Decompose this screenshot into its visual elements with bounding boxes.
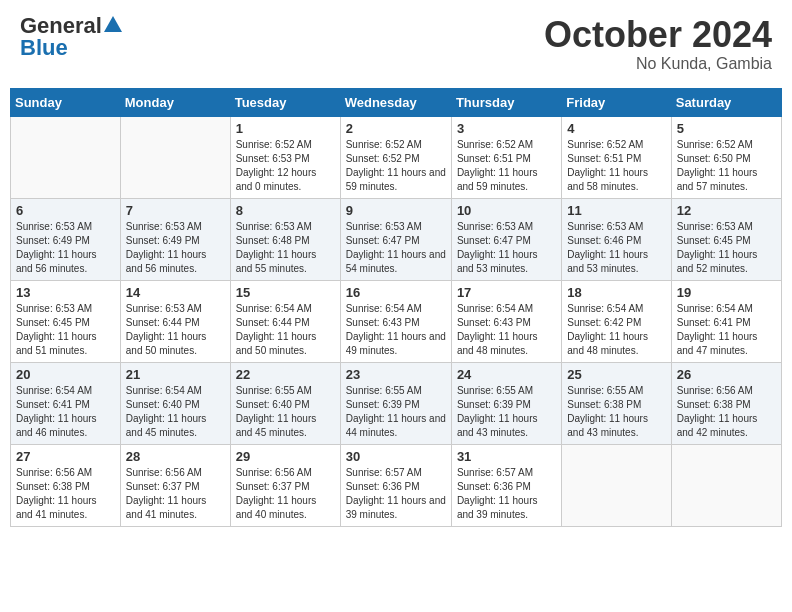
day-number: 28 xyxy=(126,449,225,464)
calendar-cell: 26Sunrise: 6:56 AM Sunset: 6:38 PM Dayli… xyxy=(671,362,781,444)
day-number: 2 xyxy=(346,121,446,136)
svg-marker-0 xyxy=(104,16,122,32)
day-number: 27 xyxy=(16,449,115,464)
day-detail: Sunrise: 6:53 AM Sunset: 6:49 PM Dayligh… xyxy=(126,220,225,276)
weekday-header-wednesday: Wednesday xyxy=(340,88,451,116)
logo-blue-text: Blue xyxy=(20,37,68,59)
day-number: 4 xyxy=(567,121,665,136)
day-detail: Sunrise: 6:56 AM Sunset: 6:37 PM Dayligh… xyxy=(126,466,225,522)
day-detail: Sunrise: 6:55 AM Sunset: 6:40 PM Dayligh… xyxy=(236,384,335,440)
calendar-week-row: 1Sunrise: 6:52 AM Sunset: 6:53 PM Daylig… xyxy=(11,116,782,198)
day-number: 9 xyxy=(346,203,446,218)
logo-general-text: General xyxy=(20,15,102,37)
calendar-table: SundayMondayTuesdayWednesdayThursdayFrid… xyxy=(10,88,782,527)
calendar-cell xyxy=(120,116,230,198)
calendar-cell xyxy=(562,444,671,526)
day-detail: Sunrise: 6:53 AM Sunset: 6:45 PM Dayligh… xyxy=(677,220,776,276)
day-detail: Sunrise: 6:56 AM Sunset: 6:37 PM Dayligh… xyxy=(236,466,335,522)
calendar-cell: 15Sunrise: 6:54 AM Sunset: 6:44 PM Dayli… xyxy=(230,280,340,362)
day-detail: Sunrise: 6:56 AM Sunset: 6:38 PM Dayligh… xyxy=(677,384,776,440)
calendar-cell: 29Sunrise: 6:56 AM Sunset: 6:37 PM Dayli… xyxy=(230,444,340,526)
logo-icon xyxy=(104,15,122,33)
day-detail: Sunrise: 6:53 AM Sunset: 6:48 PM Dayligh… xyxy=(236,220,335,276)
page-header: General Blue October 2024 No Kunda, Gamb… xyxy=(10,10,782,78)
day-number: 16 xyxy=(346,285,446,300)
calendar-cell: 4Sunrise: 6:52 AM Sunset: 6:51 PM Daylig… xyxy=(562,116,671,198)
calendar-cell: 9Sunrise: 6:53 AM Sunset: 6:47 PM Daylig… xyxy=(340,198,451,280)
calendar-cell: 16Sunrise: 6:54 AM Sunset: 6:43 PM Dayli… xyxy=(340,280,451,362)
day-number: 3 xyxy=(457,121,556,136)
day-number: 29 xyxy=(236,449,335,464)
calendar-week-row: 6Sunrise: 6:53 AM Sunset: 6:49 PM Daylig… xyxy=(11,198,782,280)
calendar-cell: 22Sunrise: 6:55 AM Sunset: 6:40 PM Dayli… xyxy=(230,362,340,444)
day-detail: Sunrise: 6:55 AM Sunset: 6:39 PM Dayligh… xyxy=(457,384,556,440)
day-detail: Sunrise: 6:53 AM Sunset: 6:47 PM Dayligh… xyxy=(346,220,446,276)
calendar-cell: 10Sunrise: 6:53 AM Sunset: 6:47 PM Dayli… xyxy=(451,198,561,280)
day-detail: Sunrise: 6:55 AM Sunset: 6:38 PM Dayligh… xyxy=(567,384,665,440)
calendar-cell: 21Sunrise: 6:54 AM Sunset: 6:40 PM Dayli… xyxy=(120,362,230,444)
day-detail: Sunrise: 6:54 AM Sunset: 6:42 PM Dayligh… xyxy=(567,302,665,358)
day-number: 11 xyxy=(567,203,665,218)
day-detail: Sunrise: 6:54 AM Sunset: 6:41 PM Dayligh… xyxy=(16,384,115,440)
day-detail: Sunrise: 6:54 AM Sunset: 6:41 PM Dayligh… xyxy=(677,302,776,358)
weekday-header-tuesday: Tuesday xyxy=(230,88,340,116)
day-number: 8 xyxy=(236,203,335,218)
calendar-cell: 12Sunrise: 6:53 AM Sunset: 6:45 PM Dayli… xyxy=(671,198,781,280)
weekday-header-sunday: Sunday xyxy=(11,88,121,116)
weekday-header-friday: Friday xyxy=(562,88,671,116)
calendar-cell: 11Sunrise: 6:53 AM Sunset: 6:46 PM Dayli… xyxy=(562,198,671,280)
calendar-cell: 25Sunrise: 6:55 AM Sunset: 6:38 PM Dayli… xyxy=(562,362,671,444)
day-detail: Sunrise: 6:53 AM Sunset: 6:49 PM Dayligh… xyxy=(16,220,115,276)
day-number: 15 xyxy=(236,285,335,300)
day-number: 23 xyxy=(346,367,446,382)
calendar-week-row: 20Sunrise: 6:54 AM Sunset: 6:41 PM Dayli… xyxy=(11,362,782,444)
month-title: October 2024 xyxy=(544,15,772,55)
day-detail: Sunrise: 6:54 AM Sunset: 6:43 PM Dayligh… xyxy=(457,302,556,358)
day-number: 19 xyxy=(677,285,776,300)
calendar-cell: 7Sunrise: 6:53 AM Sunset: 6:49 PM Daylig… xyxy=(120,198,230,280)
title-block: October 2024 No Kunda, Gambia xyxy=(544,15,772,73)
day-detail: Sunrise: 6:55 AM Sunset: 6:39 PM Dayligh… xyxy=(346,384,446,440)
calendar-cell xyxy=(11,116,121,198)
day-detail: Sunrise: 6:53 AM Sunset: 6:44 PM Dayligh… xyxy=(126,302,225,358)
calendar-week-row: 13Sunrise: 6:53 AM Sunset: 6:45 PM Dayli… xyxy=(11,280,782,362)
day-detail: Sunrise: 6:56 AM Sunset: 6:38 PM Dayligh… xyxy=(16,466,115,522)
day-detail: Sunrise: 6:52 AM Sunset: 6:53 PM Dayligh… xyxy=(236,138,335,194)
day-detail: Sunrise: 6:53 AM Sunset: 6:46 PM Dayligh… xyxy=(567,220,665,276)
calendar-cell: 3Sunrise: 6:52 AM Sunset: 6:51 PM Daylig… xyxy=(451,116,561,198)
day-number: 26 xyxy=(677,367,776,382)
calendar-cell: 31Sunrise: 6:57 AM Sunset: 6:36 PM Dayli… xyxy=(451,444,561,526)
calendar-cell: 27Sunrise: 6:56 AM Sunset: 6:38 PM Dayli… xyxy=(11,444,121,526)
day-number: 7 xyxy=(126,203,225,218)
day-number: 21 xyxy=(126,367,225,382)
day-number: 31 xyxy=(457,449,556,464)
day-number: 20 xyxy=(16,367,115,382)
calendar-cell: 6Sunrise: 6:53 AM Sunset: 6:49 PM Daylig… xyxy=(11,198,121,280)
calendar-cell: 17Sunrise: 6:54 AM Sunset: 6:43 PM Dayli… xyxy=(451,280,561,362)
calendar-cell: 19Sunrise: 6:54 AM Sunset: 6:41 PM Dayli… xyxy=(671,280,781,362)
day-detail: Sunrise: 6:54 AM Sunset: 6:44 PM Dayligh… xyxy=(236,302,335,358)
day-number: 14 xyxy=(126,285,225,300)
day-number: 10 xyxy=(457,203,556,218)
day-number: 22 xyxy=(236,367,335,382)
day-number: 25 xyxy=(567,367,665,382)
day-detail: Sunrise: 6:52 AM Sunset: 6:52 PM Dayligh… xyxy=(346,138,446,194)
calendar-cell: 5Sunrise: 6:52 AM Sunset: 6:50 PM Daylig… xyxy=(671,116,781,198)
day-number: 17 xyxy=(457,285,556,300)
day-number: 18 xyxy=(567,285,665,300)
day-number: 24 xyxy=(457,367,556,382)
logo: General Blue xyxy=(20,15,122,59)
day-detail: Sunrise: 6:57 AM Sunset: 6:36 PM Dayligh… xyxy=(457,466,556,522)
calendar-cell: 20Sunrise: 6:54 AM Sunset: 6:41 PM Dayli… xyxy=(11,362,121,444)
calendar-cell: 30Sunrise: 6:57 AM Sunset: 6:36 PM Dayli… xyxy=(340,444,451,526)
calendar-cell: 13Sunrise: 6:53 AM Sunset: 6:45 PM Dayli… xyxy=(11,280,121,362)
weekday-header-thursday: Thursday xyxy=(451,88,561,116)
weekday-header-saturday: Saturday xyxy=(671,88,781,116)
location: No Kunda, Gambia xyxy=(544,55,772,73)
calendar-cell xyxy=(671,444,781,526)
day-number: 30 xyxy=(346,449,446,464)
day-detail: Sunrise: 6:53 AM Sunset: 6:45 PM Dayligh… xyxy=(16,302,115,358)
day-detail: Sunrise: 6:52 AM Sunset: 6:50 PM Dayligh… xyxy=(677,138,776,194)
calendar-cell: 18Sunrise: 6:54 AM Sunset: 6:42 PM Dayli… xyxy=(562,280,671,362)
calendar-cell: 28Sunrise: 6:56 AM Sunset: 6:37 PM Dayli… xyxy=(120,444,230,526)
